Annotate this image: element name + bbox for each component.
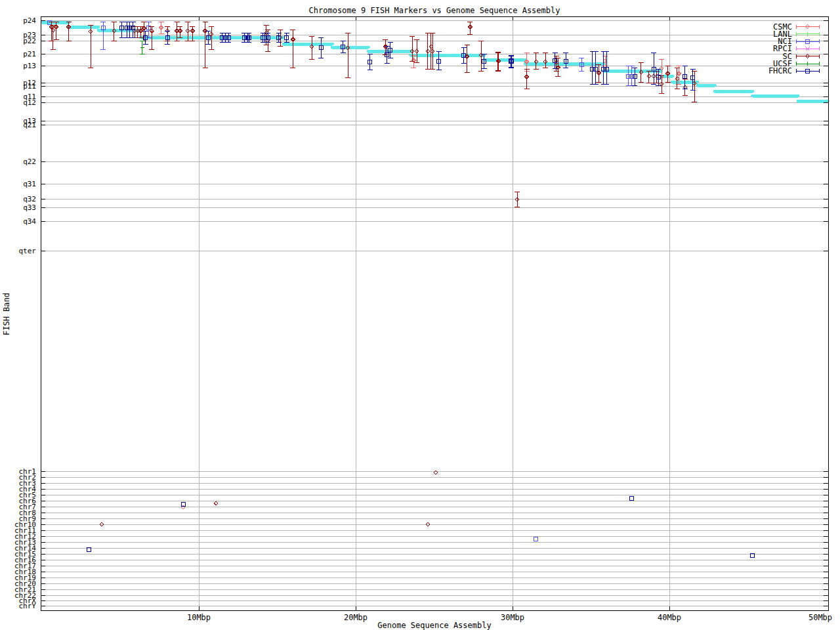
series-nci: [48, 20, 635, 541]
band-label: p24: [23, 16, 36, 25]
marker-tick: [806, 62, 810, 66]
band-label: chrY: [19, 602, 37, 610]
x-tick-label: 40Mbp: [658, 613, 681, 622]
band-label: p13: [23, 62, 36, 70]
x-tick-label: 10Mbp: [187, 613, 211, 622]
marker-tick: [806, 32, 810, 36]
marker-tick: [140, 45, 144, 49]
legend-label-fhcrc: FHCRC: [768, 66, 792, 75]
chart-canvas: 10Mbp20Mbp30Mbp40Mbp50Mbpp24p23p22p21p13…: [0, 0, 840, 630]
series-ucsf: [140, 41, 145, 54]
series-sc: [49, 22, 697, 526]
band-label: q33: [23, 203, 36, 212]
axes-layer: 10Mbp20Mbp30Mbp40Mbp50Mbpp24p23p22p21p13…: [14, 16, 832, 622]
x-tick-label: 20Mbp: [344, 613, 368, 622]
x-tick-label: 50Mbp: [808, 613, 832, 622]
assembly-track: [42, 22, 828, 101]
band-label: p22: [23, 37, 36, 45]
marker-square: [534, 537, 538, 541]
fish-marker-plot-page: Chromosome 9 FISH Markers vs Genome Sequ…: [0, 0, 840, 630]
series-csmc: [159, 22, 682, 509]
band-label: q22: [23, 158, 36, 166]
band-label: q31: [23, 180, 36, 188]
band-label: q21: [23, 121, 36, 129]
marker-diamond: [214, 501, 218, 505]
band-label: p11: [23, 82, 36, 91]
plot-frame: [41, 16, 828, 610]
band-label: q12: [23, 98, 36, 107]
band-label: q32: [23, 195, 36, 203]
legend: CSMCLANLNCIRPCISCUCSFFHCRC: [768, 22, 819, 76]
x-tick-label: 30Mbp: [501, 613, 524, 622]
marker-square: [630, 496, 634, 500]
band-label: q34: [23, 217, 36, 226]
band-label: p21: [23, 50, 36, 58]
band-label: qter: [19, 247, 37, 255]
grid-layer: [41, 16, 828, 610]
